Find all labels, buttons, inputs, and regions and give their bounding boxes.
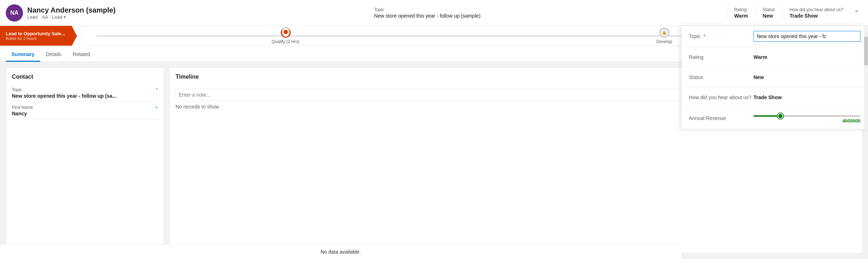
slider-track: [753, 115, 860, 117]
topic-label: Topic: [374, 7, 714, 12]
field-topic-value[interactable]: New store opened this year - follow up (…: [12, 93, 158, 99]
flyout-how-value[interactable]: Trade Show: [753, 94, 860, 100]
slider-value: 4000000: [753, 118, 860, 124]
header: NA Nancy Anderson (sample) Lead · AA - L…: [0, 0, 868, 26]
slider-fill: [753, 115, 780, 117]
subtitle-prefix: Lead: [27, 14, 38, 20]
header-info: Nancy Anderson (sample) Lead · AA - Lead…: [27, 6, 367, 20]
process-step-qualify[interactable]: Qualify (2 Hrs): [96, 28, 475, 44]
collapse-button[interactable]: ⌃: [851, 7, 862, 19]
flyout-scrollbar[interactable]: [864, 26, 868, 129]
field-firstname-value[interactable]: Nancy: [12, 111, 158, 116]
step-circle-develop: 🔒: [659, 28, 669, 38]
step-circle-qualify: [281, 28, 291, 38]
topic-value: New store opened this year - follow up (…: [374, 13, 714, 19]
flyout-row-topic: Topic *: [682, 26, 868, 47]
header-meta: Rating Warm Status New How did you hear …: [727, 5, 851, 21]
tab-details[interactable]: Details: [40, 48, 67, 62]
how-meta: How did you hear about us? Trade Show: [783, 5, 851, 21]
record-subtitle: Lead · AA - Lead ▾: [27, 14, 367, 20]
header-topic: Topic New store opened this year - follo…: [367, 5, 721, 21]
subtitle-dropdown-icon[interactable]: ▾: [64, 15, 66, 19]
flyout-row-how: How did you hear about us? Trade Show: [682, 87, 868, 107]
flyout-topic-required: *: [704, 33, 705, 39]
field-firstname: First Name + Nancy: [12, 102, 158, 120]
flyout-panel: Topic * Rating Warm Status New How did y…: [681, 26, 868, 129]
field-topic-label: Topic *: [12, 87, 158, 92]
field-topic-required: *: [156, 87, 158, 92]
flyout-row-status: Status New: [682, 67, 868, 87]
rating-meta: Rating Warm: [727, 5, 755, 21]
no-data-text: No data available.: [321, 249, 361, 255]
no-data-bar: No data available.: [0, 244, 681, 259]
rating-value: Warm: [734, 13, 748, 19]
step-label-qualify: Qualify (2 Hrs): [272, 39, 299, 44]
flyout-revenue-label: Annual Revenue: [689, 115, 753, 121]
step-label-develop: Develop: [656, 39, 672, 44]
flyout-row-rating: Rating Warm: [682, 47, 868, 67]
field-firstname-required: +: [155, 105, 158, 110]
flyout-revenue-slider[interactable]: 4000000: [753, 112, 860, 124]
process-active-stage: Lead to Opportunity Sale... Active for 2…: [0, 26, 72, 46]
step-time-qualify: (2 Hrs): [286, 39, 300, 44]
timeline-title: Timeline: [176, 74, 199, 80]
flyout-row-revenue: Annual Revenue 4000000: [682, 107, 868, 129]
how-label: How did you hear about us?: [790, 7, 843, 12]
lock-icon: 🔒: [662, 30, 667, 35]
flyout-status-value[interactable]: New: [753, 74, 860, 80]
avatar: NA: [6, 4, 23, 22]
flyout-scrollbar-thumb: [864, 37, 868, 65]
rating-label: Rating: [734, 7, 748, 12]
record-name: Nancy Anderson (sample): [27, 6, 367, 14]
contact-card: Contact Topic * New store opened this ye…: [6, 68, 164, 253]
flyout-topic-label: Topic *: [689, 33, 753, 39]
subtitle-link[interactable]: AA - Lead: [42, 14, 62, 20]
status-value: New: [763, 13, 775, 19]
tab-summary[interactable]: Summary: [6, 48, 40, 62]
flyout-rating-value[interactable]: Warm: [753, 54, 860, 60]
status-label: Status: [763, 7, 775, 12]
slider-thumb[interactable]: [778, 113, 783, 119]
process-active-sub: Active for 2 hours: [6, 36, 65, 41]
process-active-title: Lead to Opportunity Sale...: [6, 31, 65, 36]
flyout-rating-label: Rating: [689, 54, 753, 60]
flyout-status-label: Status: [689, 74, 753, 80]
field-firstname-label: First Name +: [12, 105, 158, 110]
contact-card-title: Contact: [12, 74, 158, 80]
flyout-topic-input[interactable]: [753, 31, 860, 42]
how-value: Trade Show: [790, 13, 843, 19]
step-inner-qualify: [282, 27, 290, 37]
flyout-how-label: How did you hear about us?: [689, 94, 753, 100]
tab-related[interactable]: Related: [67, 48, 96, 62]
subtitle-sep: ·: [39, 14, 41, 20]
status-meta: Status New: [756, 5, 783, 21]
field-topic: Topic * New store opened this year - fol…: [12, 84, 158, 102]
